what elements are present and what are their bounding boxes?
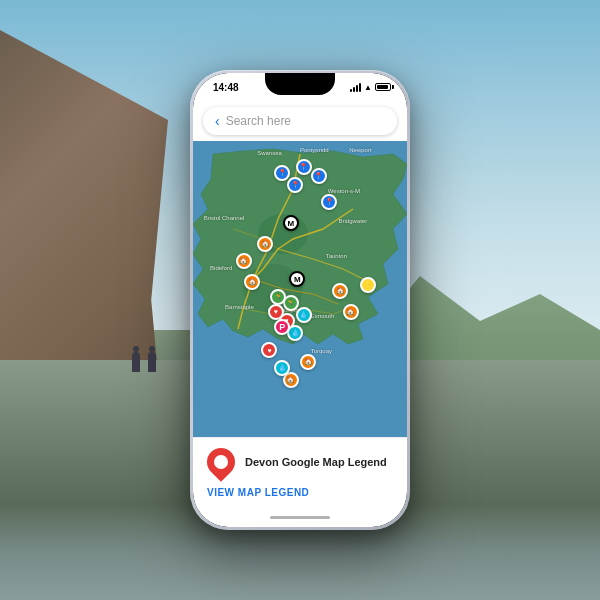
phone-inner: 14:48 ▲ — [193, 73, 407, 527]
map-area[interactable]: Swansea Newport Pontypridd Bristol Chann… — [193, 141, 407, 437]
legend-icon-inner — [214, 455, 228, 469]
phone-outer: 14:48 ▲ — [190, 70, 410, 530]
pin-orange-1[interactable]: 🏠 — [257, 236, 273, 252]
people — [132, 352, 156, 372]
battery-fill — [377, 85, 388, 89]
pin-orange-6[interactable]: 🏠 — [300, 354, 316, 370]
pin-blue-1[interactable]: 📍 — [274, 165, 290, 181]
pin-cyan-1[interactable]: 💧 — [296, 307, 312, 323]
phone-screen: 14:48 ▲ — [193, 73, 407, 527]
signal-bar-3 — [356, 85, 358, 92]
wifi-icon: ▲ — [364, 83, 372, 92]
signal-bars — [350, 83, 361, 92]
search-placeholder[interactable]: Search here — [226, 114, 385, 128]
signal-bar-2 — [353, 87, 355, 92]
signal-bar-4 — [359, 83, 361, 92]
pin-yellow-1[interactable]: ⭐ — [360, 277, 376, 293]
pin-blue-2[interactable]: 📍 — [296, 159, 312, 175]
battery-icon — [375, 83, 391, 91]
person-1 — [132, 352, 140, 372]
notch — [265, 73, 335, 95]
signal-bar-1 — [350, 89, 352, 92]
legend-icon — [201, 442, 241, 482]
pin-blue-4[interactable]: 📍 — [287, 177, 303, 193]
legend-title: Devon Google Map Legend — [245, 456, 387, 468]
person-2 — [148, 352, 156, 372]
status-time: 14:48 — [213, 82, 239, 93]
pin-parking[interactable]: P — [274, 319, 290, 335]
search-bar-container: ‹ Search here — [193, 101, 407, 141]
pin-museum-1[interactable]: M — [283, 215, 299, 231]
pin-blue-3[interactable]: 📍 — [311, 168, 327, 184]
back-button[interactable]: ‹ — [215, 113, 220, 129]
bottom-panel: Devon Google Map Legend VIEW MAP LEGEND — [193, 437, 407, 512]
search-bar[interactable]: ‹ Search here — [203, 107, 397, 135]
home-indicator[interactable] — [193, 512, 407, 527]
home-bar — [270, 516, 330, 519]
status-icons: ▲ — [350, 83, 391, 92]
pin-green-2[interactable]: 🏃 — [270, 289, 286, 305]
phone: 14:48 ▲ — [190, 70, 410, 530]
legend-row: Devon Google Map Legend — [207, 448, 393, 476]
pin-orange-4[interactable]: 🏠 — [343, 304, 359, 320]
view-legend-button[interactable]: VIEW MAP LEGEND — [207, 487, 309, 498]
